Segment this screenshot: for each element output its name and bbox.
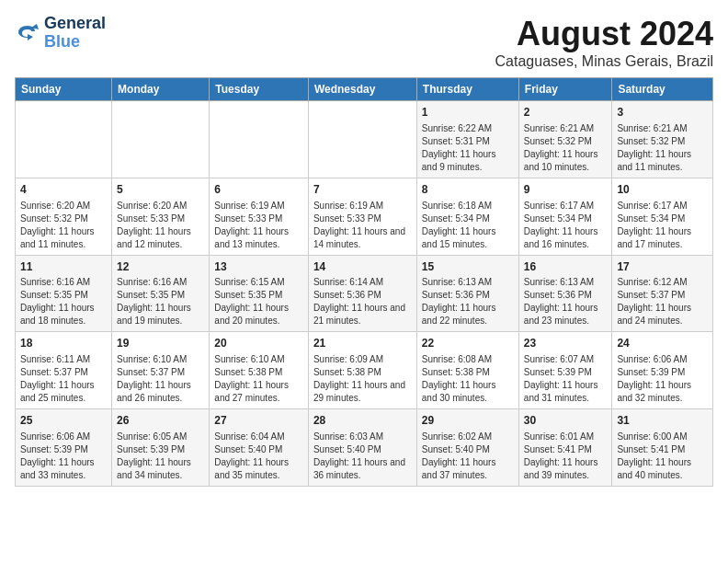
calendar-cell: 3Sunrise: 6:21 AM Sunset: 5:32 PM Daylig… [612,101,713,178]
calendar-cell: 28Sunrise: 6:03 AM Sunset: 5:40 PM Dayli… [308,409,416,487]
day-info: Sunrise: 6:20 AM Sunset: 5:33 PM Dayligh… [117,200,204,251]
day-number: 10 [617,182,708,198]
day-number: 6 [214,182,303,198]
day-info: Sunrise: 6:16 AM Sunset: 5:35 PM Dayligh… [117,276,204,327]
day-number: 14 [313,259,412,275]
calendar-cell: 1Sunrise: 6:22 AM Sunset: 5:31 PM Daylig… [416,101,518,178]
calendar-cell: 6Sunrise: 6:19 AM Sunset: 5:33 PM Daylig… [210,178,309,255]
logo-general: General [44,15,106,33]
calendar-cell: 20Sunrise: 6:10 AM Sunset: 5:38 PM Dayli… [210,332,309,409]
day-info: Sunrise: 6:10 AM Sunset: 5:37 PM Dayligh… [117,353,204,405]
calendar-week-row: 1Sunrise: 6:22 AM Sunset: 5:31 PM Daylig… [16,101,713,178]
day-info: Sunrise: 6:04 AM Sunset: 5:40 PM Dayligh… [214,431,303,482]
day-number: 9 [524,182,608,198]
day-info: Sunrise: 6:19 AM Sunset: 5:33 PM Dayligh… [214,200,303,251]
day-of-week-header: Tuesday [210,78,309,101]
logo-icon [15,20,40,46]
day-info: Sunrise: 6:17 AM Sunset: 5:34 PM Dayligh… [617,200,708,251]
day-info: Sunrise: 6:01 AM Sunset: 5:41 PM Dayligh… [524,431,608,482]
calendar-cell: 7Sunrise: 6:19 AM Sunset: 5:33 PM Daylig… [308,178,416,255]
day-info: Sunrise: 6:08 AM Sunset: 5:38 PM Dayligh… [422,353,514,405]
day-number: 28 [313,413,412,429]
day-number: 22 [422,336,514,351]
day-number: 31 [617,413,708,429]
day-info: Sunrise: 6:06 AM Sunset: 5:39 PM Dayligh… [617,353,708,405]
calendar-title: August 2024 [495,15,713,53]
day-number: 23 [524,336,608,351]
calendar-cell: 29Sunrise: 6:02 AM Sunset: 5:40 PM Dayli… [416,409,518,487]
calendar-cell: 4Sunrise: 6:20 AM Sunset: 5:32 PM Daylig… [16,178,112,255]
calendar-cell: 12Sunrise: 6:16 AM Sunset: 5:35 PM Dayli… [112,255,210,332]
calendar-cell: 22Sunrise: 6:08 AM Sunset: 5:38 PM Dayli… [416,332,518,409]
day-info: Sunrise: 6:07 AM Sunset: 5:39 PM Dayligh… [524,353,608,405]
day-info: Sunrise: 6:03 AM Sunset: 5:40 PM Dayligh… [313,431,412,482]
day-info: Sunrise: 6:18 AM Sunset: 5:34 PM Dayligh… [422,200,514,251]
day-number: 8 [422,182,514,198]
calendar-cell: 23Sunrise: 6:07 AM Sunset: 5:39 PM Dayli… [518,332,612,409]
title-area: August 2024 Cataguases, Minas Gerais, Br… [495,15,713,70]
day-number: 19 [117,336,204,351]
calendar-subtitle: Cataguases, Minas Gerais, Brazil [495,53,713,70]
day-number: 5 [117,182,204,198]
day-number: 24 [617,336,708,351]
day-info: Sunrise: 6:13 AM Sunset: 5:36 PM Dayligh… [422,276,514,327]
calendar-table: SundayMondayTuesdayWednesdayThursdayFrid… [15,77,713,487]
day-number: 26 [117,413,204,429]
day-number: 7 [313,182,412,198]
day-number: 29 [422,413,514,429]
day-number: 17 [617,259,708,275]
calendar-cell: 18Sunrise: 6:11 AM Sunset: 5:37 PM Dayli… [16,332,112,409]
calendar-cell [210,101,309,178]
day-of-week-header: Saturday [612,78,713,101]
calendar-cell: 2Sunrise: 6:21 AM Sunset: 5:32 PM Daylig… [518,101,612,178]
calendar-cell [308,101,416,178]
day-info: Sunrise: 6:06 AM Sunset: 5:39 PM Dayligh… [20,431,107,482]
calendar-week-row: 25Sunrise: 6:06 AM Sunset: 5:39 PM Dayli… [16,409,713,487]
calendar-cell [16,101,112,178]
day-of-week-header: Thursday [416,78,518,101]
day-number: 21 [313,336,412,351]
calendar-cell: 31Sunrise: 6:00 AM Sunset: 5:41 PM Dayli… [612,409,713,487]
day-info: Sunrise: 6:05 AM Sunset: 5:39 PM Dayligh… [117,431,204,482]
calendar-cell: 9Sunrise: 6:17 AM Sunset: 5:34 PM Daylig… [518,178,612,255]
day-number: 11 [20,259,107,275]
day-info: Sunrise: 6:11 AM Sunset: 5:37 PM Dayligh… [20,353,107,405]
day-info: Sunrise: 6:02 AM Sunset: 5:40 PM Dayligh… [422,431,514,482]
logo: General Blue [15,15,106,52]
day-number: 3 [617,105,708,121]
day-info: Sunrise: 6:00 AM Sunset: 5:41 PM Dayligh… [617,431,708,482]
day-number: 27 [214,413,303,429]
day-info: Sunrise: 6:20 AM Sunset: 5:32 PM Dayligh… [20,200,107,251]
calendar-cell: 17Sunrise: 6:12 AM Sunset: 5:37 PM Dayli… [612,255,713,332]
calendar-week-row: 18Sunrise: 6:11 AM Sunset: 5:37 PM Dayli… [16,332,713,409]
logo-blue: Blue [44,33,106,52]
day-info: Sunrise: 6:09 AM Sunset: 5:38 PM Dayligh… [313,353,412,405]
day-number: 13 [214,259,303,275]
calendar-cell: 21Sunrise: 6:09 AM Sunset: 5:38 PM Dayli… [308,332,416,409]
day-of-week-header: Wednesday [308,78,416,101]
day-info: Sunrise: 6:15 AM Sunset: 5:35 PM Dayligh… [214,276,303,327]
day-number: 12 [117,259,204,275]
calendar-cell: 30Sunrise: 6:01 AM Sunset: 5:41 PM Dayli… [518,409,612,487]
calendar-cell: 15Sunrise: 6:13 AM Sunset: 5:36 PM Dayli… [416,255,518,332]
day-number: 15 [422,259,514,275]
calendar-header-row: SundayMondayTuesdayWednesdayThursdayFrid… [16,78,713,101]
day-info: Sunrise: 6:13 AM Sunset: 5:36 PM Dayligh… [524,276,608,327]
calendar-cell: 5Sunrise: 6:20 AM Sunset: 5:33 PM Daylig… [112,178,210,255]
day-info: Sunrise: 6:10 AM Sunset: 5:38 PM Dayligh… [214,353,303,405]
calendar-week-row: 4Sunrise: 6:20 AM Sunset: 5:32 PM Daylig… [16,178,713,255]
day-info: Sunrise: 6:19 AM Sunset: 5:33 PM Dayligh… [313,200,412,251]
day-info: Sunrise: 6:16 AM Sunset: 5:35 PM Dayligh… [20,276,107,327]
day-number: 30 [524,413,608,429]
calendar-cell: 10Sunrise: 6:17 AM Sunset: 5:34 PM Dayli… [612,178,713,255]
day-number: 1 [422,105,514,121]
day-of-week-header: Sunday [16,78,112,101]
calendar-cell: 19Sunrise: 6:10 AM Sunset: 5:37 PM Dayli… [112,332,210,409]
calendar-week-row: 11Sunrise: 6:16 AM Sunset: 5:35 PM Dayli… [16,255,713,332]
calendar-cell: 27Sunrise: 6:04 AM Sunset: 5:40 PM Dayli… [210,409,309,487]
day-info: Sunrise: 6:22 AM Sunset: 5:31 PM Dayligh… [422,122,514,174]
day-info: Sunrise: 6:21 AM Sunset: 5:32 PM Dayligh… [524,122,608,174]
day-number: 16 [524,259,608,275]
day-number: 4 [20,182,107,198]
calendar-cell: 8Sunrise: 6:18 AM Sunset: 5:34 PM Daylig… [416,178,518,255]
